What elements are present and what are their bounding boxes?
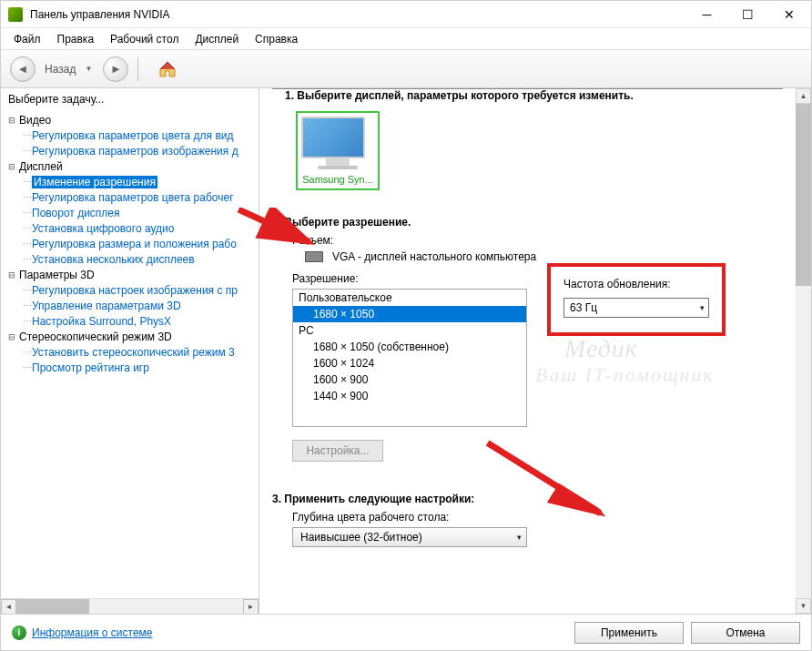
tree-category-display[interactable]: ⊟Дисплей (5, 158, 255, 174)
tree-item-size-position[interactable]: ⋯Регулировка размера и положения рабо (5, 236, 255, 251)
apply-button[interactable]: Применить (574, 622, 684, 644)
tree-category-3d[interactable]: ⊟Параметры 3D (5, 267, 255, 282)
resolution-option[interactable]: 1600 × 900 (293, 371, 526, 388)
back-button[interactable]: ◄ (10, 56, 36, 82)
display-selector[interactable]: Samsung Syn... (296, 111, 380, 190)
tree-item-desktop-color[interactable]: ⋯Регулировка параметров цвета рабочег (5, 189, 255, 205)
tree-item-image-settings[interactable]: ⋯Регулировка настроек изображения с пр (5, 282, 255, 298)
scroll-thumb[interactable] (16, 599, 89, 615)
scroll-down-button[interactable]: ▼ (796, 598, 811, 614)
tree-item-surround[interactable]: ⋯Настройка Surround, PhysX (5, 313, 255, 329)
tree-item-set-stereo[interactable]: ⋯Установить стереоскопический режим 3 (5, 344, 255, 360)
minimize-button[interactable]: ─ (686, 1, 727, 27)
menu-edit[interactable]: Правка (50, 30, 102, 48)
window-title: Панель управления NVIDIA (30, 8, 686, 21)
window-controls: ─ ☐ ✕ (686, 1, 809, 27)
listbox-group-pc: PC (293, 322, 526, 339)
toolbar: ◄ Назад ▼ ► (1, 50, 811, 88)
vga-connector-icon (305, 251, 323, 262)
resolution-listbox[interactable]: Пользовательское 1680 × 1050 PC 1680 × 1… (292, 289, 527, 427)
titlebar[interactable]: Панель управления NVIDIA ─ ☐ ✕ (1, 1, 811, 28)
listbox-group-custom: Пользовательское (293, 290, 526, 306)
home-button[interactable] (155, 56, 180, 82)
main-panel: 1. Выберите дисплей, параметры которого … (259, 88, 811, 614)
cancel-button[interactable]: Отмена (691, 622, 800, 644)
resolution-label: Разрешение: (292, 272, 529, 285)
bottom-bar: i Информация о системе Применить Отмена (1, 614, 811, 650)
refresh-value: 63 Гц (570, 301, 597, 314)
collapse-icon[interactable]: ⊟ (6, 270, 17, 280)
info-icon: i (12, 626, 26, 640)
menu-help[interactable]: Справка (248, 30, 305, 48)
customize-button[interactable]: Настройка... (292, 440, 383, 462)
sidebar-header: Выберите задачу... (1, 88, 259, 110)
resolution-option[interactable]: 1440 × 900 (293, 388, 526, 404)
tree-item-multi-display[interactable]: ⋯Установка нескольких дисплеев (5, 251, 255, 267)
main-vertical-scrollbar[interactable]: ▲ ▼ (796, 88, 811, 614)
tree-item-video-image[interactable]: ⋯Регулировка параметров изображения д (5, 143, 255, 158)
scroll-up-button[interactable]: ▲ (796, 88, 811, 104)
chevron-down-icon: ▾ (700, 303, 705, 312)
step1-heading: 1. Выберите дисплей, параметры которого … (272, 88, 783, 102)
resolution-option[interactable]: 1680 × 1050 (293, 306, 526, 322)
sidebar-horizontal-scrollbar[interactable]: ◄ ► (1, 598, 259, 614)
menu-desktop[interactable]: Рабочий стол (103, 30, 186, 48)
display-name: Samsung Syn... (301, 174, 374, 185)
tree-item-video-color[interactable]: ⋯Регулировка параметров цвета для вид (5, 127, 255, 143)
refresh-rate-combo[interactable]: 63 Гц ▾ (563, 298, 709, 318)
nvidia-icon (8, 7, 23, 22)
resolution-option[interactable]: 1680 × 1050 (собственное) (293, 339, 526, 355)
menu-file[interactable]: Файл (6, 30, 48, 48)
system-info-link[interactable]: Информация о системе (32, 626, 152, 639)
color-depth-combo[interactable]: Наивысшее (32-битное) ▾ (292, 527, 527, 547)
collapse-icon[interactable]: ⊟ (6, 115, 17, 126)
menubar: Файл Правка Рабочий стол Дисплей Справка (1, 28, 811, 50)
tree-item-rotate[interactable]: ⋯Поворот дисплея (5, 205, 255, 220)
tree-item-digital-audio[interactable]: ⋯Установка цифрового аудио (5, 220, 255, 236)
chevron-down-icon: ▾ (517, 533, 522, 542)
scroll-right-button[interactable]: ► (243, 599, 259, 615)
content-area: Выберите задачу... ⊟Видео ⋯Регулировка п… (1, 88, 811, 614)
nvidia-control-panel-window: Панель управления NVIDIA ─ ☐ ✕ Файл Прав… (0, 0, 812, 651)
tree-item-manage-3d[interactable]: ⋯Управление параметрами 3D (5, 298, 255, 313)
scroll-track[interactable] (16, 599, 243, 615)
toolbar-separator (137, 57, 138, 81)
step2-heading: 2. Выберите разрешение. (259, 216, 796, 229)
close-button[interactable]: ✕ (768, 1, 809, 27)
resolution-option[interactable]: 1600 × 1024 (293, 355, 526, 371)
task-sidebar: Выберите задачу... ⊟Видео ⋯Регулировка п… (1, 88, 259, 614)
depth-label: Глубина цвета рабочего стола: (292, 511, 783, 524)
collapse-icon[interactable]: ⊟ (6, 161, 17, 172)
step3-heading: 3. Применить следующие настройки: (259, 493, 796, 505)
depth-value: Наивысшее (32-битное) (300, 531, 422, 544)
home-icon (157, 59, 178, 79)
tree-item-game-rating[interactable]: ⋯Просмотр рейтинга игр (5, 360, 255, 375)
connector-value: VGA - дисплей настольного компьютера (332, 250, 536, 263)
tree-category-video[interactable]: ⊟Видео (5, 112, 255, 127)
menu-display[interactable]: Дисплей (188, 30, 246, 48)
back-label: Назад (45, 63, 76, 76)
refresh-label: Частота обновления: (563, 278, 709, 290)
back-history-dropdown[interactable]: ▼ (85, 65, 92, 73)
task-tree[interactable]: ⊟Видео ⋯Регулировка параметров цвета для… (1, 110, 259, 598)
scroll-thumb[interactable] (796, 104, 811, 286)
collapse-icon[interactable]: ⊟ (6, 331, 17, 342)
tree-category-stereo[interactable]: ⊟Стереоскопический режим 3D (5, 329, 255, 344)
maximize-button[interactable]: ☐ (727, 1, 768, 27)
main-scroll-area[interactable]: 1. Выберите дисплей, параметры которого … (259, 88, 811, 614)
refresh-rate-highlight: Частота обновления: 63 Гц ▾ (547, 263, 726, 336)
connector-label: Разъем: (292, 234, 783, 247)
tree-item-change-resolution[interactable]: ⋯Изменение разрешения (5, 174, 255, 189)
monitor-icon (301, 117, 374, 171)
scroll-left-button[interactable]: ◄ (1, 599, 16, 615)
forward-button[interactable]: ► (103, 56, 128, 82)
